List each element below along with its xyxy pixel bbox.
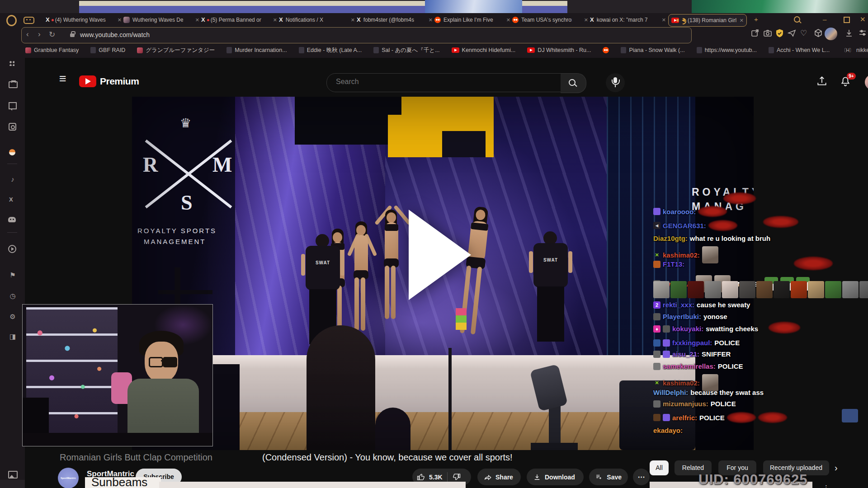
share-page-icon[interactable] — [750, 28, 760, 38]
chat-badge-icon: ◄ — [653, 222, 660, 229]
discord-icon[interactable] — [8, 217, 16, 222]
browser-tab[interactable]: X (5) Perma Banned on X ✕ — [198, 14, 280, 26]
reload-icon[interactable]: ↻ — [49, 30, 55, 39]
chat-message: Diaz10gtg:what re u looking at bruh — [653, 235, 770, 242]
chat-scroll-indicator[interactable] — [842, 409, 858, 422]
tab-search-icon[interactable] — [794, 16, 800, 23]
chat-emote — [791, 281, 807, 298]
adblock-shield-icon[interactable] — [775, 28, 784, 38]
share-button[interactable]: Share — [477, 469, 521, 485]
favorites-heart-icon[interactable]: ♡ — [800, 28, 807, 38]
thumbs-down-icon[interactable] — [452, 473, 461, 481]
browser-tab[interactable]: X (4) Wuthering Waves (@ ✕ — [43, 14, 124, 26]
profile-avatar[interactable] — [825, 28, 837, 40]
search-input[interactable] — [335, 77, 549, 86]
chat-badge-icon — [653, 313, 660, 320]
forward-icon[interactable]: › — [38, 30, 41, 39]
reddit-icon — [434, 17, 441, 23]
gx-controller-icon[interactable] — [24, 17, 34, 24]
chat-message: F1T13: — [653, 260, 684, 268]
chip-all[interactable]: All — [650, 460, 669, 475]
download-icon[interactable] — [844, 28, 854, 38]
download-button[interactable]: Download — [527, 469, 584, 485]
background-window-image — [692, 0, 868, 13]
settings-gear-icon[interactable]: ⚙ — [8, 313, 17, 321]
bookmark-item[interactable]: Eddie - 晩秋 (Late A... — [299, 47, 362, 54]
history-clock-icon[interactable]: ◷ — [8, 292, 17, 300]
youtube-logo-icon[interactable] — [79, 75, 96, 87]
bookmark-item[interactable]: Granblue Fantasy — [25, 47, 79, 53]
tab-label: fobm4ster (@fobm4ste — [363, 17, 414, 23]
bookmark-item[interactable]: グランブルーファンタジー — [137, 47, 215, 54]
voice-search-button[interactable] — [606, 73, 625, 92]
chat-username: F1T13: — [663, 260, 684, 268]
browser-tab[interactable]: X Notifications / X ✕ — [276, 14, 358, 26]
bookmark-item[interactable] — [603, 47, 609, 53]
extension-cube-icon[interactable] — [814, 28, 823, 38]
bookmark-item[interactable]: GBF RAID — [90, 47, 125, 53]
browser-tab[interactable]: X kowai on X: "march 7th ✕ — [587, 14, 669, 26]
gx-corner-icon[interactable] — [9, 149, 15, 155]
sidebar-more-icon[interactable]: ⋯ — [8, 484, 17, 488]
browser-tab[interactable]: Explain Like I'm Five | D ✕ — [432, 14, 513, 26]
instagram-icon[interactable] — [9, 123, 16, 131]
reddit-icon — [512, 17, 519, 23]
chips-scroll-icon[interactable]: › — [835, 463, 838, 473]
browser-tab-active[interactable]: (138) Romanian Girl ✕ — [668, 14, 747, 27]
page-icon — [373, 47, 379, 53]
snapshot-camera-icon[interactable] — [763, 28, 772, 38]
maximize-button[interactable] — [844, 17, 850, 23]
search-button[interactable] — [561, 73, 586, 93]
lock-icon[interactable] — [70, 33, 75, 37]
bookmark-item[interactable]: Sal - あの夏へ『千と... — [373, 47, 439, 54]
webcam-overlay[interactable] — [22, 304, 213, 446]
url-text[interactable]: www.youtube.com/watch — [80, 31, 150, 38]
channel-avatar[interactable]: SportMantric — [58, 468, 79, 488]
browser-tab[interactable]: X fobm4ster (@fobm4ste ✕ — [354, 14, 435, 26]
bookmark-item[interactable]: Murder Incarnation... — [226, 47, 287, 53]
new-tab-button[interactable]: + — [754, 15, 758, 23]
x-logo-icon: X — [279, 17, 283, 23]
chat-emote — [763, 216, 798, 228]
bookmark-item[interactable]: Kenmochi Hidefumi... — [452, 47, 516, 53]
settings-sliders-icon[interactable] — [858, 28, 867, 38]
tab-close-icon[interactable]: ✕ — [740, 18, 744, 23]
upload-share-icon[interactable] — [816, 75, 828, 89]
panel-toggle-icon[interactable]: ◨ — [8, 333, 17, 341]
tab-audio-icon[interactable] — [682, 19, 685, 22]
save-button[interactable]: Save — [589, 469, 628, 485]
screenshot-image-icon[interactable] — [8, 471, 18, 479]
workspace-icon[interactable] — [9, 81, 18, 88]
x-twitter-icon[interactable]: X — [9, 196, 13, 203]
bookmark-item[interactable]: Acchi - When We L... — [769, 47, 830, 53]
tiktok-icon[interactable]: ♪ — [8, 175, 17, 183]
bookmark-item[interactable]: https://www.youtub... — [697, 47, 757, 53]
opera-menu-icon[interactable] — [6, 15, 17, 26]
tab-close-icon[interactable]: ✕ — [662, 17, 666, 23]
bookmark-item[interactable]: DJ Whitesmith - Ru... — [527, 47, 591, 53]
thumbs-up-icon[interactable] — [417, 473, 425, 481]
hamburger-menu-icon[interactable]: ≡ — [59, 72, 66, 86]
chat-username: ekadayo: — [653, 427, 683, 434]
chat-username: rekti_xxx: — [663, 301, 694, 309]
close-window-button[interactable]: ✕ — [860, 15, 866, 23]
back-icon[interactable]: ‹ — [26, 30, 29, 39]
search-box[interactable] — [326, 73, 561, 92]
bookmarks-flag-icon[interactable]: ⚑ — [8, 271, 17, 279]
browser-tab[interactable]: Team USA's synchronis ✕ — [509, 14, 591, 26]
bookmark-item[interactable]: Piana - Snow Walk (... — [621, 47, 684, 53]
chat-message: 2rekti_xxx:cause he sweaty — [653, 301, 750, 309]
flow-send-icon[interactable] — [788, 28, 797, 38]
more-actions-button[interactable]: ⋯ — [633, 469, 650, 485]
minimize-button[interactable]: – — [823, 15, 826, 23]
speed-dial-icon[interactable] — [9, 61, 14, 66]
twitch-icon[interactable] — [9, 102, 17, 109]
bookmark-item[interactable]: 〔H〕nikke — [841, 47, 868, 54]
chat-username: kokuyaki: — [672, 325, 703, 333]
more-icon: ⋯ — [638, 473, 645, 481]
recommendation-menu-icon[interactable]: ⋮ — [823, 484, 830, 488]
player-icon[interactable] — [8, 245, 16, 253]
youtube-premium-wordmark[interactable]: Premium — [100, 76, 139, 87]
browser-tab[interactable]: Wuthering Waves Deve ✕ — [121, 14, 202, 26]
tab-label: (4) Wuthering Waves (@ — [55, 17, 106, 23]
